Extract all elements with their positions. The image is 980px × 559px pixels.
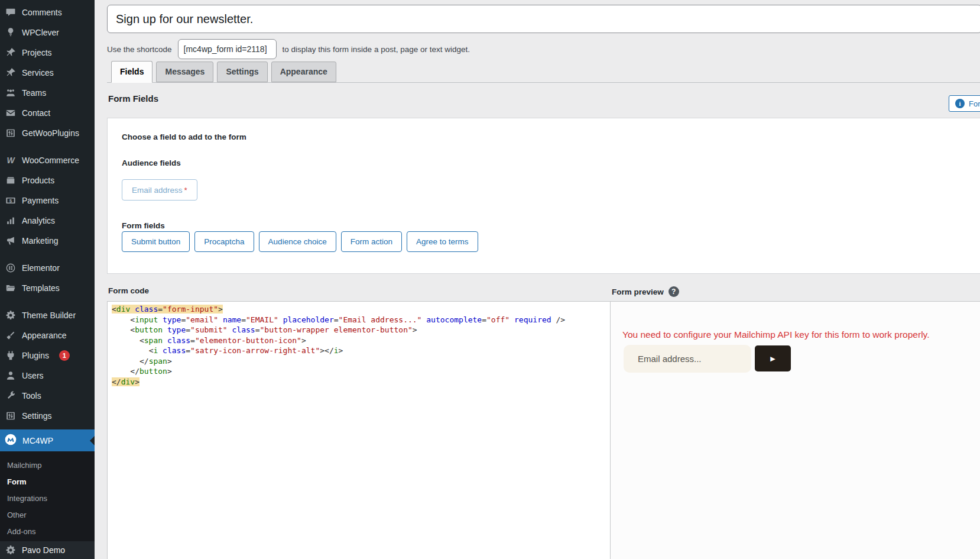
sidebar-item-appearance[interactable]: Appearance [0, 325, 95, 345]
audience-fields-label: Audience fields [122, 159, 181, 167]
payments-icon: $ [5, 195, 16, 206]
sidebar-item-tools[interactable]: Tools [0, 386, 95, 406]
teams-icon [5, 88, 16, 98]
menu-separator [0, 298, 95, 305]
sidebar-item-label: Settings [22, 411, 52, 421]
sidebar-item-label: Users [22, 371, 44, 380]
sidebar-item-label: WooCommerce [22, 156, 79, 165]
page-title: Form Fields [108, 93, 158, 104]
shortcode-row: Use the shortcode [mc4wp_form id=2118] t… [107, 39, 470, 59]
tab-bar: FieldsMessagesSettingsAppearance [107, 62, 980, 83]
bulb-icon [5, 27, 16, 38]
sidebar-item-marketing[interactable]: Marketing [0, 231, 95, 251]
sidebar-item-label: Appearance [22, 331, 67, 340]
submenu-item-mailchimp[interactable]: Mailchimp [0, 457, 95, 473]
preview-submit-button[interactable]: ▶ [755, 345, 791, 371]
info-icon: i [955, 99, 965, 108]
add-field-button-form-action[interactable]: Form action [341, 231, 402, 252]
sidebar-item-users[interactable]: Users [0, 366, 95, 386]
menu-separator [0, 143, 95, 150]
sidebar-item-projects[interactable]: Projects [0, 43, 95, 63]
form-code-label: Form code [108, 286, 149, 295]
sidebar-item-label: MC4WP [22, 436, 53, 445]
sidebar-item-elementor[interactable]: Elementor [0, 258, 95, 278]
sidebar-item-label: GetWooPlugins [22, 128, 79, 138]
audience-buttons-row: Email address* [122, 179, 197, 201]
tab-messages[interactable]: Messages [156, 62, 213, 82]
menu-separator [0, 251, 95, 258]
code-line[interactable]: <input type="email" name="EMAIL" placeho… [112, 315, 610, 325]
add-field-button-email-address[interactable]: Email address* [122, 179, 197, 201]
add-field-button-submit-button[interactable]: Submit button [122, 231, 190, 252]
form-variables-button[interactable]: i For [949, 95, 980, 112]
sidebar-item-plugins[interactable]: Plugins1 [0, 345, 95, 366]
plug-icon [5, 350, 16, 361]
sliders-icon [5, 411, 16, 421]
pin-icon [5, 47, 16, 58]
shortcode-value-box[interactable]: [mc4wp_form id=2118] [178, 39, 277, 59]
preview-email-input[interactable] [624, 345, 751, 373]
form-preview-label: Form preview ? [612, 286, 679, 297]
sidebar-item-contact[interactable]: Contact [0, 103, 95, 123]
form-title-input[interactable] [107, 5, 980, 33]
code-line[interactable]: </button> [112, 366, 610, 377]
sidebar-item-products[interactable]: Products [0, 170, 95, 190]
add-field-button-agree-to-terms[interactable]: Agree to terms [407, 231, 478, 252]
tab-appearance[interactable]: Appearance [271, 62, 336, 82]
marketing-icon [5, 235, 16, 246]
sidebar-item-settings[interactable]: Settings [0, 406, 95, 426]
form-fields-panel: Choose a field to add to the form Audien… [107, 118, 980, 274]
submenu-item-form[interactable]: Form [0, 473, 95, 490]
brush-icon [5, 330, 16, 341]
sidebar-item-theme-builder[interactable]: Theme Builder [0, 305, 95, 325]
sidebar-item-woocommerce[interactable]: WWooCommerce [0, 150, 95, 170]
sidebar-item-services[interactable]: Services [0, 63, 95, 83]
mc4wp-submenu: MailchimpFormIntegrationsOtherAdd-ons [0, 451, 95, 541]
sidebar-item-label: Teams [22, 88, 46, 98]
sidebar-item-label: WPClever [22, 28, 59, 37]
tab-settings[interactable]: Settings [217, 62, 267, 82]
submenu-item-integrations[interactable]: Integrations [0, 490, 95, 506]
info-button-label: For [969, 99, 980, 108]
sidebar-item-templates[interactable]: Templates [0, 278, 95, 298]
sidebar-item-mc4wp[interactable]: MC4WP [0, 429, 95, 451]
sidebar-item-label: Payments [22, 196, 59, 205]
elementor-icon [5, 263, 16, 273]
wrench-icon [5, 390, 16, 401]
code-line[interactable]: </div> [112, 377, 610, 387]
comments-icon [5, 7, 16, 18]
sidebar-item-label: Elementor [22, 263, 60, 273]
help-icon[interactable]: ? [669, 286, 679, 297]
submenu-item-add-ons[interactable]: Add-ons [0, 523, 95, 539]
sidebar-item-teams[interactable]: Teams [0, 83, 95, 103]
admin-menu: CommentsWPCleverProjectsServicesTeamsCon… [0, 2, 95, 426]
code-line[interactable]: <span class="elementor-button-icon"> [112, 335, 610, 346]
add-field-button-procaptcha[interactable]: Procaptcha [194, 231, 254, 252]
shortcode-prefix-text: Use the shortcode [107, 45, 172, 54]
sidebar-item-label: Services [22, 68, 54, 77]
pin-icon [5, 67, 16, 78]
sidebar-item-wpclever[interactable]: WPClever [0, 22, 95, 43]
field-button-label: Email address [132, 186, 183, 195]
admin-sidebar: CommentsWPCleverProjectsServicesTeamsCon… [0, 0, 95, 559]
mail-icon [5, 108, 16, 118]
sidebar-item-label: Marketing [22, 236, 58, 245]
sidebar-item-pavo-demo[interactable]: Pavo Demo [0, 541, 95, 559]
code-line[interactable]: </span> [112, 356, 610, 367]
woocommerce-icon: W [5, 155, 16, 166]
code-line[interactable]: <button type="submit" class="button-wrap… [112, 325, 610, 335]
sidebar-item-payments[interactable]: $Payments [0, 190, 95, 211]
tab-fields[interactable]: Fields [111, 61, 152, 83]
sidebar-item-getwooplugins[interactable]: GetWooPlugins [0, 123, 95, 143]
sidebar-item-analytics[interactable]: Analytics [0, 211, 95, 231]
submenu-item-other[interactable]: Other [0, 506, 95, 523]
code-line[interactable]: <i class="satry-icon-arrow-right-alt"></… [112, 345, 610, 356]
gear-icon [5, 545, 16, 555]
add-field-button-audience-choice[interactable]: Audience choice [259, 231, 336, 252]
users-icon [5, 370, 16, 381]
code-line[interactable]: <div class="form-input"> [112, 304, 610, 315]
form-code-editor[interactable]: <div class="form-input"> <input type="em… [107, 301, 611, 559]
analytics-icon [5, 215, 16, 226]
form-preview-pane: You need to configure your Mailchimp API… [611, 301, 980, 559]
sidebar-item-comments[interactable]: Comments [0, 2, 95, 22]
